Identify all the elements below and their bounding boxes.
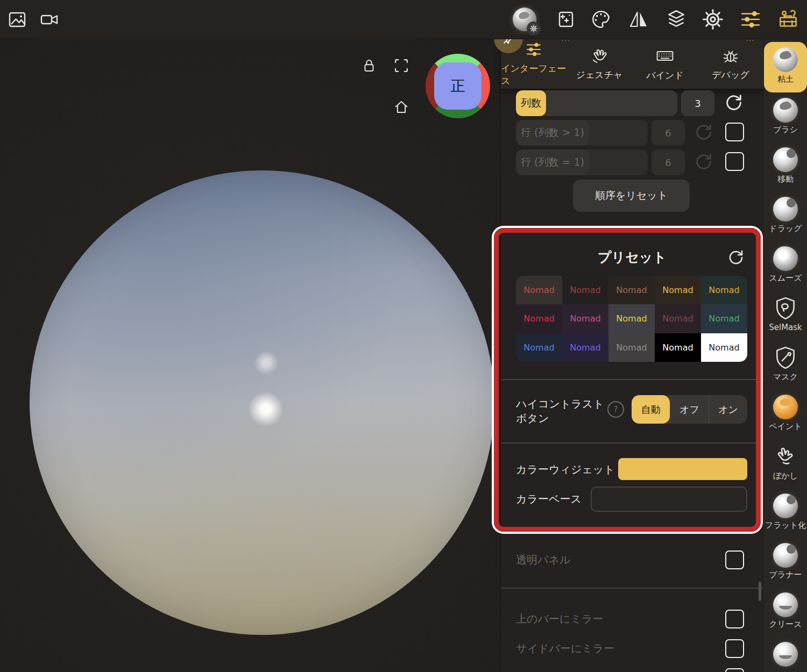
interface-sliders-icon[interactable]: ... <box>739 8 762 31</box>
mirror-icon[interactable] <box>627 8 650 31</box>
tab-bind-label: バインド <box>646 69 684 82</box>
rows-eq1-reset-icon <box>693 152 714 172</box>
selmask-shield-icon <box>773 296 798 320</box>
preset-swatch[interactable]: Nomad <box>701 276 747 304</box>
divider <box>501 379 763 380</box>
partial-checkbox[interactable] <box>725 668 744 672</box>
home-icon[interactable] <box>393 99 409 115</box>
preset-swatch[interactable]: Nomad <box>608 276 655 304</box>
rows-eq1-slider: 行 (列数 = 1) <box>516 149 648 175</box>
brush-tool-icon <box>773 98 798 123</box>
divider <box>501 442 763 444</box>
preset-grid: Nomad Nomad Nomad Nomad Nomad Nomad Noma… <box>516 276 747 362</box>
columns-reset-icon[interactable] <box>724 92 744 113</box>
rows-eq1-checkbox[interactable] <box>725 152 744 171</box>
preset-swatch[interactable]: Nomad <box>562 276 608 304</box>
tool-move[interactable]: 移動 <box>764 142 807 191</box>
transparent-panel-checkbox[interactable] <box>725 551 744 569</box>
columns-value[interactable]: 3 <box>681 90 714 116</box>
preset-swatch[interactable]: Nomad <box>562 304 608 333</box>
crease-tool-icon <box>773 592 798 617</box>
preset-swatch[interactable]: Nomad <box>608 333 655 362</box>
preset-swatch[interactable]: Nomad <box>655 304 701 333</box>
color-base-swatch[interactable] <box>591 487 747 512</box>
tool-crease[interactable]: クリース <box>764 587 807 637</box>
preset-swatch[interactable]: Nomad <box>655 333 701 362</box>
fullscreen-icon[interactable] <box>393 58 409 74</box>
reset-order-button[interactable]: 順序をリセット <box>573 180 690 212</box>
mask-shield-icon <box>773 345 798 370</box>
preset-swatch[interactable]: Nomad <box>562 333 608 362</box>
layers-icon[interactable] <box>664 8 688 31</box>
divider <box>501 588 763 589</box>
option-off[interactable]: オフ <box>670 395 709 424</box>
tool-selmask[interactable]: SelMask <box>764 290 807 340</box>
top-toolbar: ... <box>0 0 807 39</box>
tab-gesture[interactable]: ジェスチャ <box>567 39 632 89</box>
pump-tool-icon <box>773 642 798 667</box>
clay-tool-icon <box>773 47 798 72</box>
planar-tool-icon <box>773 543 798 568</box>
tool-pump[interactable] <box>764 637 807 672</box>
gizmo-front-face[interactable]: 正 <box>434 62 482 110</box>
rows-gt1-value: 6 <box>652 120 685 146</box>
tool-paint[interactable]: ペイント <box>764 389 807 439</box>
view-orientation-gizmo[interactable]: 正 <box>426 54 490 118</box>
tool-drag[interactable]: ドラッグ <box>764 191 807 241</box>
color-widget-label: カラーウィジェット <box>516 462 615 477</box>
preset-swatch[interactable]: Nomad <box>516 333 562 362</box>
high-contrast-segment: 自動 オフ オン <box>632 395 747 424</box>
columns-slider[interactable]: 列数 <box>516 90 677 116</box>
transparent-panel-label: 透明パネル <box>516 553 570 567</box>
settings-gear-icon[interactable] <box>701 8 725 31</box>
mirror-top-checkbox[interactable] <box>725 610 744 628</box>
option-auto[interactable]: 自動 <box>632 395 670 424</box>
toolbox-icon[interactable] <box>776 8 800 31</box>
tab-interface-label: インターフェース <box>501 62 567 87</box>
rows-gt1-checkbox[interactable] <box>725 123 744 141</box>
tool-smooth[interactable]: スムーズ <box>764 241 807 290</box>
overflow-dots: ... <box>554 35 578 42</box>
tab-gesture-label: ジェスチャ <box>576 69 623 81</box>
tab-debug-label: デバッグ <box>712 69 749 81</box>
sculpt-sphere[interactable] <box>30 170 494 635</box>
mirror-side-checkbox[interactable] <box>725 639 744 658</box>
preset-swatch[interactable]: Nomad <box>701 304 747 333</box>
rows-gt1-reset-icon <box>693 122 714 142</box>
rows-eq1-value: 6 <box>652 149 685 175</box>
paint-tool-icon <box>773 395 798 419</box>
preset-swatch[interactable]: Nomad <box>655 276 701 304</box>
columns-label: 列数 <box>516 90 546 116</box>
lock-icon[interactable] <box>361 58 377 74</box>
app-window: 正 <box>0 0 807 672</box>
material-gear-badge-icon <box>527 22 541 35</box>
rows-gt1-label: 行 (列数 > 1) <box>516 120 589 146</box>
camera-icon[interactable] <box>38 8 61 31</box>
tab-bind[interactable]: バインド <box>632 39 698 89</box>
3d-viewport[interactable]: 正 <box>0 39 500 672</box>
presets-reset-icon[interactable] <box>727 248 745 267</box>
settings-tabbar: インターフェース ジェスチャ バインド <box>501 39 763 90</box>
tab-debug[interactable]: デバッグ <box>698 39 763 89</box>
panel-scrollbar[interactable] <box>759 582 761 601</box>
tool-blur[interactable]: ぼかし <box>764 439 807 488</box>
preset-swatch[interactable]: Nomad <box>516 276 562 304</box>
tool-planar[interactable]: プラナー <box>764 538 807 587</box>
tool-flatten[interactable]: フラット化 <box>764 488 807 538</box>
mirror-side-label: サイドバーにミラー <box>516 641 614 656</box>
add-scene-icon[interactable]: ... <box>554 8 578 31</box>
image-icon[interactable] <box>5 8 29 31</box>
preset-swatch[interactable]: Nomad <box>701 333 747 362</box>
tool-sidebar: 粘土 ブラシ 移動 ドラッグ スムーズ SelMask <box>764 39 807 672</box>
palette-icon[interactable] <box>589 8 613 31</box>
tool-brush[interactable]: ブラシ <box>764 92 807 142</box>
color-widget-swatch[interactable] <box>618 458 747 480</box>
tool-clay[interactable]: 粘土 <box>764 42 807 92</box>
preset-swatch[interactable]: Nomad <box>608 304 655 333</box>
preset-swatch[interactable]: Nomad <box>516 304 562 333</box>
tool-mask[interactable]: マスク <box>764 340 807 389</box>
option-on[interactable]: オン <box>709 395 747 424</box>
help-icon[interactable]: ? <box>607 401 624 418</box>
high-contrast-label: ハイコントラスト ボタン <box>516 397 604 426</box>
material-sphere-icon[interactable] <box>513 8 536 31</box>
